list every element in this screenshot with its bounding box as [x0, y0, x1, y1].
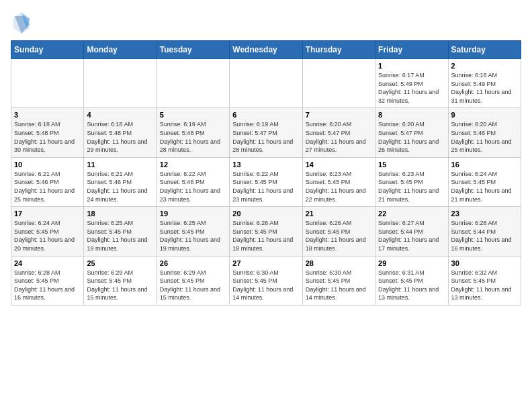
- logo-icon: [11, 11, 32, 35]
- day-info: Sunrise: 6:28 AM Sunset: 5:45 PM Dayligh…: [14, 269, 81, 302]
- calendar-day-cell: 8Sunrise: 6:20 AM Sunset: 5:47 PM Daylig…: [375, 108, 448, 157]
- calendar-day-cell: [157, 59, 229, 108]
- day-info: Sunrise: 6:19 AM Sunset: 5:47 PM Dayligh…: [232, 120, 299, 154]
- day-number: 26: [160, 259, 226, 267]
- calendar-day-cell: 24Sunrise: 6:28 AM Sunset: 5:45 PM Dayli…: [11, 256, 84, 305]
- calendar-day-cell: 1Sunrise: 6:17 AM Sunset: 5:49 PM Daylig…: [375, 59, 448, 108]
- day-number: 6: [232, 111, 299, 119]
- day-number: 5: [160, 111, 226, 119]
- day-info: Sunrise: 6:23 AM Sunset: 5:45 PM Dayligh…: [378, 170, 445, 203]
- header-row: SundayMondayTuesdayWednesdayThursdayFrid…: [11, 41, 521, 59]
- day-info: Sunrise: 6:26 AM Sunset: 5:45 PM Dayligh…: [306, 219, 372, 253]
- day-number: 14: [306, 161, 372, 169]
- logo: [11, 11, 35, 35]
- day-number: 21: [306, 210, 372, 218]
- calendar-week-row: 24Sunrise: 6:28 AM Sunset: 5:45 PM Dayli…: [11, 256, 521, 305]
- day-info: Sunrise: 6:21 AM Sunset: 5:46 PM Dayligh…: [14, 170, 81, 203]
- calendar-day-cell: 15Sunrise: 6:23 AM Sunset: 5:45 PM Dayli…: [375, 157, 448, 206]
- day-info: Sunrise: 6:20 AM Sunset: 5:46 PM Dayligh…: [451, 120, 518, 154]
- calendar-day-cell: 29Sunrise: 6:31 AM Sunset: 5:45 PM Dayli…: [375, 256, 448, 305]
- calendar-week-row: 1Sunrise: 6:17 AM Sunset: 5:49 PM Daylig…: [11, 59, 521, 108]
- day-number: 18: [87, 210, 153, 218]
- calendar-day-cell: [302, 59, 375, 108]
- day-number: 25: [87, 259, 153, 267]
- day-info: Sunrise: 6:19 AM Sunset: 5:48 PM Dayligh…: [160, 120, 226, 154]
- calendar-day-cell: 22Sunrise: 6:27 AM Sunset: 5:44 PM Dayli…: [375, 207, 448, 256]
- day-of-week-header: Saturday: [448, 41, 521, 59]
- day-number: 27: [232, 259, 299, 267]
- calendar-day-cell: 12Sunrise: 6:22 AM Sunset: 5:46 PM Dayli…: [157, 157, 229, 206]
- calendar-day-cell: [11, 59, 84, 108]
- page-header: [11, 11, 521, 35]
- day-number: 28: [306, 259, 372, 267]
- calendar-day-cell: 13Sunrise: 6:22 AM Sunset: 5:45 PM Dayli…: [230, 157, 302, 206]
- day-number: 12: [160, 161, 226, 169]
- day-info: Sunrise: 6:24 AM Sunset: 5:45 PM Dayligh…: [451, 170, 518, 203]
- day-info: Sunrise: 6:20 AM Sunset: 5:47 PM Dayligh…: [378, 120, 445, 154]
- calendar-week-row: 17Sunrise: 6:24 AM Sunset: 5:45 PM Dayli…: [11, 207, 521, 256]
- calendar-header: SundayMondayTuesdayWednesdayThursdayFrid…: [11, 41, 521, 59]
- calendar-day-cell: 2Sunrise: 6:18 AM Sunset: 5:49 PM Daylig…: [448, 59, 521, 108]
- day-number: 7: [306, 111, 372, 119]
- day-number: 9: [451, 111, 518, 119]
- day-info: Sunrise: 6:18 AM Sunset: 5:48 PM Dayligh…: [87, 120, 153, 154]
- day-info: Sunrise: 6:23 AM Sunset: 5:45 PM Dayligh…: [306, 170, 372, 203]
- day-of-week-header: Tuesday: [157, 41, 229, 59]
- calendar-day-cell: [230, 59, 302, 108]
- day-info: Sunrise: 6:30 AM Sunset: 5:45 PM Dayligh…: [306, 269, 372, 302]
- day-number: 20: [232, 210, 299, 218]
- calendar-day-cell: 14Sunrise: 6:23 AM Sunset: 5:45 PM Dayli…: [302, 157, 375, 206]
- day-number: 13: [232, 161, 299, 169]
- calendar-day-cell: 3Sunrise: 6:18 AM Sunset: 5:48 PM Daylig…: [11, 108, 84, 157]
- calendar-body: 1Sunrise: 6:17 AM Sunset: 5:49 PM Daylig…: [11, 59, 521, 306]
- day-info: Sunrise: 6:25 AM Sunset: 5:45 PM Dayligh…: [87, 219, 153, 253]
- day-info: Sunrise: 6:18 AM Sunset: 5:48 PM Dayligh…: [14, 120, 81, 154]
- day-info: Sunrise: 6:24 AM Sunset: 5:45 PM Dayligh…: [14, 219, 81, 253]
- calendar-day-cell: 7Sunrise: 6:20 AM Sunset: 5:47 PM Daylig…: [302, 108, 375, 157]
- day-number: 1: [378, 62, 445, 70]
- calendar-day-cell: 10Sunrise: 6:21 AM Sunset: 5:46 PM Dayli…: [11, 157, 84, 206]
- calendar-day-cell: 20Sunrise: 6:26 AM Sunset: 5:45 PM Dayli…: [230, 207, 302, 256]
- day-of-week-header: Wednesday: [230, 41, 302, 59]
- day-number: 22: [378, 210, 445, 218]
- calendar-day-cell: 19Sunrise: 6:25 AM Sunset: 5:45 PM Dayli…: [157, 207, 229, 256]
- calendar-day-cell: 28Sunrise: 6:30 AM Sunset: 5:45 PM Dayli…: [302, 256, 375, 305]
- day-number: 29: [378, 259, 445, 267]
- calendar-day-cell: 27Sunrise: 6:30 AM Sunset: 5:45 PM Dayli…: [230, 256, 302, 305]
- day-number: 30: [451, 259, 518, 267]
- day-number: 4: [87, 111, 153, 119]
- calendar-day-cell: 4Sunrise: 6:18 AM Sunset: 5:48 PM Daylig…: [84, 108, 157, 157]
- day-number: 11: [87, 161, 153, 169]
- day-info: Sunrise: 6:26 AM Sunset: 5:45 PM Dayligh…: [232, 219, 299, 253]
- day-number: 10: [14, 161, 81, 169]
- day-number: 8: [378, 111, 445, 119]
- day-number: 24: [14, 259, 81, 267]
- calendar-week-row: 3Sunrise: 6:18 AM Sunset: 5:48 PM Daylig…: [11, 108, 521, 157]
- day-info: Sunrise: 6:29 AM Sunset: 5:45 PM Dayligh…: [87, 269, 153, 302]
- calendar-day-cell: 23Sunrise: 6:28 AM Sunset: 5:44 PM Dayli…: [448, 207, 521, 256]
- day-number: 16: [451, 161, 518, 169]
- calendar-day-cell: 11Sunrise: 6:21 AM Sunset: 5:46 PM Dayli…: [84, 157, 157, 206]
- day-info: Sunrise: 6:28 AM Sunset: 5:44 PM Dayligh…: [451, 219, 518, 253]
- day-number: 15: [378, 161, 445, 169]
- day-number: 19: [160, 210, 226, 218]
- day-info: Sunrise: 6:27 AM Sunset: 5:44 PM Dayligh…: [378, 219, 445, 253]
- day-info: Sunrise: 6:18 AM Sunset: 5:49 PM Dayligh…: [451, 71, 518, 105]
- calendar-day-cell: 16Sunrise: 6:24 AM Sunset: 5:45 PM Dayli…: [448, 157, 521, 206]
- calendar-day-cell: 25Sunrise: 6:29 AM Sunset: 5:45 PM Dayli…: [84, 256, 157, 305]
- day-info: Sunrise: 6:31 AM Sunset: 5:45 PM Dayligh…: [378, 269, 445, 302]
- day-info: Sunrise: 6:32 AM Sunset: 5:45 PM Dayligh…: [451, 269, 518, 302]
- day-info: Sunrise: 6:20 AM Sunset: 5:47 PM Dayligh…: [306, 120, 372, 154]
- day-info: Sunrise: 6:21 AM Sunset: 5:46 PM Dayligh…: [87, 170, 153, 203]
- calendar-day-cell: 6Sunrise: 6:19 AM Sunset: 5:47 PM Daylig…: [230, 108, 302, 157]
- day-of-week-header: Monday: [84, 41, 157, 59]
- day-number: 2: [451, 62, 518, 70]
- calendar-day-cell: 21Sunrise: 6:26 AM Sunset: 5:45 PM Dayli…: [302, 207, 375, 256]
- calendar-day-cell: 30Sunrise: 6:32 AM Sunset: 5:45 PM Dayli…: [448, 256, 521, 305]
- day-of-week-header: Thursday: [302, 41, 375, 59]
- day-number: 17: [14, 210, 81, 218]
- calendar-day-cell: 26Sunrise: 6:29 AM Sunset: 5:45 PM Dayli…: [157, 256, 229, 305]
- calendar-day-cell: 9Sunrise: 6:20 AM Sunset: 5:46 PM Daylig…: [448, 108, 521, 157]
- day-info: Sunrise: 6:29 AM Sunset: 5:45 PM Dayligh…: [160, 269, 226, 302]
- day-number: 23: [451, 210, 518, 218]
